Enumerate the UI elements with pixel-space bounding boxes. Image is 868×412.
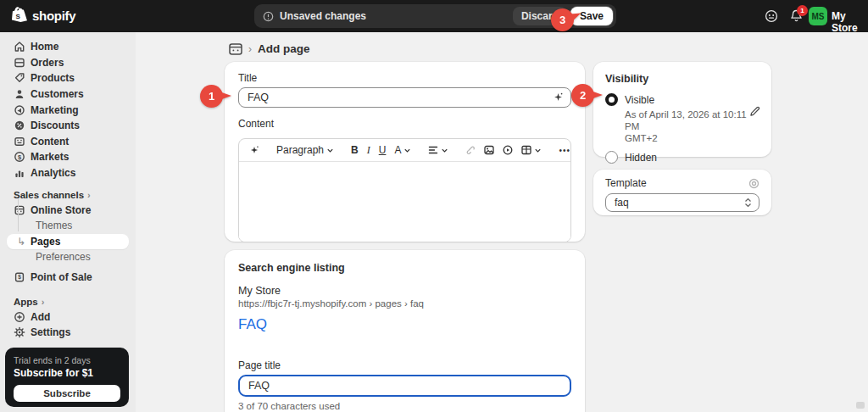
insert-video-button[interactable] bbox=[499, 142, 516, 159]
sidebar-item-point-of-sale[interactable]: $ Point of Sale bbox=[7, 270, 129, 286]
insert-table-button[interactable] bbox=[518, 142, 545, 159]
sidebar-item-add-app[interactable]: Add bbox=[7, 309, 129, 325]
page-title-input[interactable] bbox=[238, 375, 571, 397]
content-label: Content bbox=[238, 118, 571, 130]
shopify-logo-text: shopify bbox=[32, 8, 75, 23]
chevron-right-icon: › bbox=[87, 190, 91, 200]
link-button[interactable] bbox=[462, 142, 479, 159]
add-circle-icon bbox=[14, 311, 25, 323]
tag-icon bbox=[14, 72, 25, 84]
sidebar-item-themes[interactable]: Themes bbox=[7, 218, 129, 234]
bold-button[interactable]: B bbox=[348, 142, 362, 159]
seo-store-name: My Store bbox=[238, 285, 571, 297]
italic-button[interactable]: I bbox=[364, 142, 374, 159]
home-icon bbox=[14, 41, 25, 53]
sidebar-item-preferences[interactable]: Preferences bbox=[7, 249, 129, 265]
store-avatar[interactable]: MS bbox=[809, 7, 827, 25]
ai-sparkle-icon[interactable] bbox=[553, 92, 564, 103]
annotation-step-3: 3 bbox=[551, 8, 574, 31]
page-title-label: Page title bbox=[238, 359, 571, 371]
text-color-button[interactable]: A bbox=[391, 142, 415, 159]
underline-button[interactable]: U bbox=[376, 142, 390, 159]
sidebar-item-pages[interactable]: ↳ Pages bbox=[7, 234, 129, 250]
breadcrumb: › Add page bbox=[229, 42, 310, 55]
chevron-down-icon bbox=[534, 147, 542, 154]
orders-icon bbox=[14, 57, 25, 69]
pages-breadcrumb-icon[interactable] bbox=[229, 43, 242, 55]
subscribe-button[interactable]: Subscribe bbox=[14, 385, 120, 402]
sidebar-item-analytics[interactable]: Analytics bbox=[7, 165, 129, 181]
visibility-schedule-note: As of April 13, 2026 at 10:11 PM GMT+2 bbox=[625, 109, 752, 144]
store-name-label[interactable]: My Store bbox=[832, 10, 868, 34]
template-heading: Template bbox=[605, 177, 647, 189]
trial-ends-label: Trial ends in 2 days bbox=[14, 355, 120, 365]
sidebar-item-home[interactable]: Home bbox=[7, 39, 129, 55]
hidden-radio-option[interactable]: Hidden bbox=[605, 151, 760, 164]
notification-badge: 1 bbox=[797, 5, 808, 16]
sidekick-icon[interactable] bbox=[765, 9, 778, 23]
discount-icon bbox=[14, 120, 25, 131]
editor-toolbar: Paragraph B I U A bbox=[239, 139, 570, 162]
chevron-down-icon bbox=[326, 147, 334, 154]
sidebar-item-discounts[interactable]: Discounts bbox=[7, 118, 129, 134]
radio-selected-icon[interactable] bbox=[605, 93, 618, 106]
template-select[interactable]: faq bbox=[605, 193, 760, 212]
notifications-button[interactable]: 1 bbox=[790, 9, 803, 23]
sidebar-item-content[interactable]: Content bbox=[7, 134, 129, 150]
megaphone-icon bbox=[14, 104, 25, 116]
trial-banner: Trial ends in 2 days Subscribe for $1 Su… bbox=[5, 348, 129, 407]
seo-card: Search engine listing My Store https://f… bbox=[225, 250, 585, 412]
seo-heading: Search engine listing bbox=[238, 262, 571, 274]
topbar: S shopify Unsaved changes Discard Save 1… bbox=[0, 0, 868, 32]
gear-icon bbox=[14, 326, 25, 338]
shopify-bag-icon: S bbox=[12, 7, 27, 24]
sidebar-item-online-store[interactable]: Online Store bbox=[7, 202, 129, 218]
sidebar-item-customers[interactable]: Customers bbox=[7, 86, 129, 103]
svg-text:S: S bbox=[16, 13, 21, 20]
bar-chart-icon bbox=[14, 167, 25, 179]
edit-visibility-date-icon[interactable] bbox=[749, 106, 760, 117]
trial-offer-label: Subscribe for $1 bbox=[14, 367, 120, 379]
template-card: Template faq bbox=[593, 170, 771, 215]
breadcrumb-separator: › bbox=[248, 43, 252, 55]
annotation-pointer bbox=[217, 91, 231, 101]
paragraph-style-dropdown[interactable]: Paragraph bbox=[273, 142, 337, 159]
shopify-logo[interactable]: S shopify bbox=[12, 7, 75, 24]
alignment-button[interactable] bbox=[425, 142, 452, 159]
title-input[interactable] bbox=[238, 87, 571, 108]
content-editor-area[interactable] bbox=[239, 162, 570, 242]
content-icon bbox=[14, 136, 25, 148]
subitem-arrow-icon: ↳ bbox=[17, 236, 25, 248]
sidebar-item-orders[interactable]: Orders bbox=[7, 55, 129, 71]
radio-unselected-icon[interactable] bbox=[605, 151, 618, 164]
rich-text-editor: Paragraph B I U A bbox=[238, 138, 571, 242]
annotation-step-1: 1 bbox=[200, 85, 223, 108]
template-info-icon[interactable] bbox=[748, 178, 760, 189]
title-label: Title bbox=[238, 72, 571, 84]
globe-icon: $ bbox=[14, 151, 25, 163]
page-title: Add page bbox=[258, 42, 310, 55]
sidebar-item-settings[interactable]: Settings bbox=[7, 325, 129, 341]
seo-result-title[interactable]: FAQ bbox=[238, 316, 571, 333]
annotation-pointer bbox=[588, 90, 603, 100]
unsaved-changes-status: Unsaved changes bbox=[263, 10, 513, 22]
sidebar-item-products[interactable]: Products bbox=[7, 70, 129, 86]
select-caret-icon bbox=[744, 198, 752, 208]
sales-channels-heading[interactable]: Sales channels › bbox=[7, 188, 129, 202]
visibility-card: Visibility Visible As of April 13, 2026 … bbox=[593, 62, 771, 157]
insert-image-button[interactable] bbox=[481, 142, 498, 159]
sidebar-item-marketing[interactable]: Marketing bbox=[7, 102, 129, 118]
chevron-down-icon bbox=[403, 147, 411, 154]
seo-url: https://fbjc7r-tj.myshopify.com › pages … bbox=[238, 298, 571, 309]
person-icon bbox=[14, 88, 25, 100]
svg-text:$: $ bbox=[18, 153, 22, 161]
apps-heading[interactable]: Apps › bbox=[7, 295, 129, 309]
corner-artifact bbox=[856, 402, 865, 409]
character-counter: 3 of 70 characters used bbox=[238, 401, 571, 411]
visible-radio-option[interactable]: Visible bbox=[605, 93, 760, 106]
more-options-button[interactable]: ••• bbox=[555, 142, 571, 159]
unsaved-changes-label: Unsaved changes bbox=[280, 10, 366, 22]
ai-sparkle-button[interactable] bbox=[246, 142, 263, 159]
annotation-step-2: 2 bbox=[571, 84, 594, 107]
sidebar-item-markets[interactable]: $ Markets bbox=[7, 149, 129, 165]
